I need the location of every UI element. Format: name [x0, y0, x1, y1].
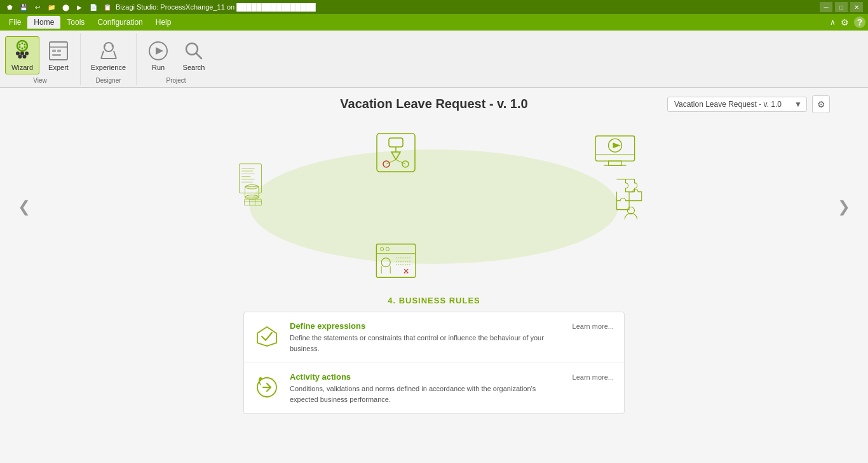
- process-icon[interactable]: [374, 130, 418, 175]
- menu-home[interactable]: Home: [27, 16, 60, 29]
- nav-right-button[interactable]: ❯: [832, 195, 855, 218]
- help-icon[interactable]: ?: [854, 17, 865, 28]
- experience-icon: [97, 39, 120, 62]
- diagram-ellipse: [250, 149, 618, 264]
- svg-point-21: [104, 45, 105, 46]
- svg-line-18: [101, 51, 104, 59]
- svg-rect-45: [245, 199, 262, 205]
- ribbon-group-designer-label: Designer: [86, 77, 131, 84]
- menu-file[interactable]: File: [3, 16, 27, 29]
- svg-marker-54: [613, 142, 621, 148]
- page-icon[interactable]: 📄: [89, 3, 98, 11]
- menu-bar: File Home Tools Configuration Help ∧ ⚙ ?: [0, 14, 868, 31]
- nav-left-button[interactable]: ❮: [13, 195, 36, 218]
- integration-icon[interactable]: [606, 175, 650, 219]
- cards-section: Define expressions Define the statements…: [243, 312, 625, 414]
- folder-icon[interactable]: 📁: [47, 3, 56, 11]
- svg-point-10: [19, 46, 21, 48]
- svg-point-22: [111, 45, 113, 46]
- disk-icon[interactable]: 💾: [19, 3, 28, 11]
- search-icon: [182, 39, 205, 62]
- svg-point-56: [381, 247, 384, 251]
- svg-point-70: [259, 377, 262, 380]
- app-icon: ⬟: [5, 3, 14, 11]
- svg-point-59: [381, 258, 390, 267]
- card-link-actions[interactable]: Learn more...: [573, 373, 614, 381]
- card-activity-actions-content: Activity actions Conditions, validations…: [290, 372, 562, 404]
- card-define-expressions-content: Define expressions Define the statements…: [290, 321, 562, 354]
- svg-point-11: [22, 47, 24, 49]
- svg-line-26: [196, 53, 201, 59]
- run-icon: [147, 39, 170, 62]
- experience-button[interactable]: Experience: [86, 37, 131, 74]
- svg-rect-51: [609, 161, 622, 165]
- main-content: Vacation Leave Request - v. 1.0 Vacation…: [0, 88, 868, 463]
- run-button[interactable]: Run: [142, 37, 175, 74]
- experience-label: Experience: [91, 64, 126, 71]
- menu-configuration[interactable]: Configuration: [91, 16, 149, 29]
- settings-gear-button[interactable]: ⚙: [812, 95, 830, 113]
- expert-icon: [47, 39, 70, 62]
- ribbon-collapse-icon[interactable]: ∧: [830, 18, 836, 27]
- title-bar-icons: ⬟ 💾 ↩ 📁 ⬤ ▶ 📄 📋: [5, 3, 112, 11]
- ribbon-group-designer: Experience Designer: [81, 33, 137, 85]
- data-model-icon[interactable]: [231, 162, 275, 207]
- search-label: Search: [183, 64, 205, 71]
- maximize-button[interactable]: □: [835, 2, 848, 12]
- wizard-icon: [11, 39, 34, 62]
- expert-button[interactable]: Expert: [42, 37, 75, 74]
- card-define-expressions: Define expressions Define the statements…: [244, 312, 624, 363]
- diagram-area: ❮: [0, 118, 868, 296]
- deployment-icon[interactable]: [593, 130, 637, 175]
- card-activity-actions: Activity actions Conditions, validations…: [244, 363, 624, 413]
- settings-icon[interactable]: ⚙: [841, 17, 849, 27]
- circle-icon[interactable]: ⬤: [61, 3, 70, 11]
- card-title-expressions[interactable]: Define expressions: [290, 321, 562, 331]
- ribbon: Wizard Expert View: [0, 31, 868, 88]
- page-title: Vacation Leave Request - v. 1.0: [340, 97, 527, 111]
- section-label: 4. BUSINESS RULES: [388, 296, 480, 305]
- menu-help[interactable]: Help: [149, 16, 178, 29]
- card-link-expressions[interactable]: Learn more...: [573, 322, 614, 330]
- run-label: Run: [152, 64, 165, 71]
- card-desc-actions: Conditions, validations and norms define…: [290, 384, 562, 404]
- project-dropdown[interactable]: Vacation Leave Request - v. 1.0: [667, 97, 807, 112]
- svg-marker-24: [156, 47, 163, 55]
- undo-icon[interactable]: ↩: [33, 3, 42, 11]
- title-bar-title: Bizagi Studio: ProcessXchange_11 on ████…: [116, 3, 316, 11]
- svg-rect-15: [57, 50, 61, 52]
- svg-rect-55: [376, 244, 415, 278]
- svg-line-33: [386, 160, 396, 164]
- ribbon-group-view: Wizard Expert View: [0, 33, 81, 85]
- expert-label: Expert: [48, 64, 69, 71]
- actions-icon: [254, 375, 280, 400]
- svg-point-3: [25, 52, 29, 55]
- window-controls: ─ □ ✕: [820, 2, 863, 12]
- wizard-button[interactable]: Wizard: [5, 36, 39, 74]
- card-title-actions[interactable]: Activity actions: [290, 372, 562, 382]
- svg-line-19: [114, 51, 116, 59]
- page2-icon[interactable]: 📋: [103, 3, 112, 11]
- expressions-icon: [254, 324, 280, 349]
- svg-point-5: [23, 55, 27, 59]
- ribbon-group-project: Run Search Project: [137, 33, 215, 85]
- ribbon-group-project-label: Project: [142, 77, 210, 84]
- svg-point-4: [18, 55, 22, 59]
- forms-icon[interactable]: [374, 238, 418, 283]
- card-desc-expressions: Define the statements or constraints tha…: [290, 333, 562, 354]
- svg-point-6: [19, 43, 21, 45]
- svg-rect-49: [595, 136, 634, 161]
- play-icon[interactable]: ▶: [75, 3, 84, 11]
- close-button[interactable]: ✕: [850, 2, 863, 12]
- wizard-label: Wizard: [11, 64, 33, 71]
- project-selector: Vacation Leave Request - v. 1.0 ▼ ⚙: [667, 95, 830, 113]
- title-bar: ⬟ 💾 ↩ 📁 ⬤ ▶ 📄 📋 Bizagi Studio: ProcessXc…: [0, 0, 868, 14]
- minimize-button[interactable]: ─: [820, 2, 832, 12]
- svg-point-9: [24, 46, 26, 48]
- svg-point-57: [386, 247, 389, 251]
- menu-tools[interactable]: Tools: [60, 16, 91, 29]
- svg-rect-27: [377, 134, 415, 172]
- search-button[interactable]: Search: [177, 37, 210, 74]
- svg-rect-14: [52, 50, 56, 52]
- svg-point-17: [104, 43, 113, 52]
